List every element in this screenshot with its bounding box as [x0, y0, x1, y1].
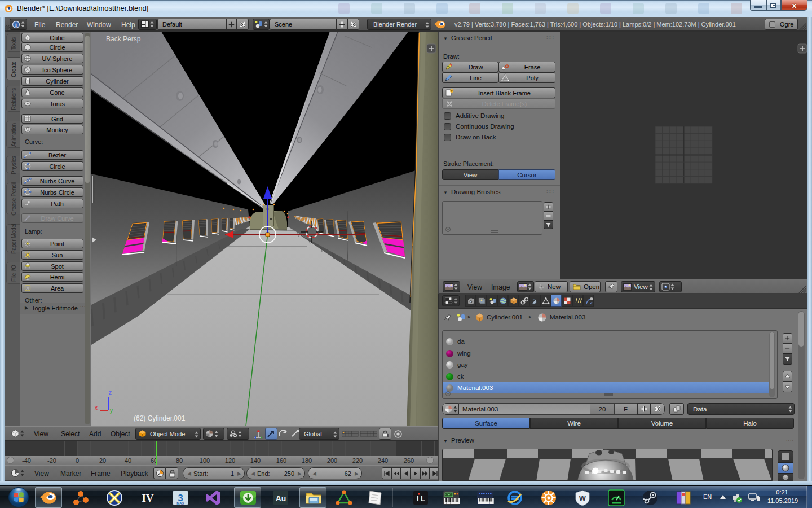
svg-text:Back Persp: Back Persp [106, 35, 141, 43]
svg-text:y: y [110, 408, 113, 414]
svg-text:W: W [579, 494, 586, 502]
svg-text:MAX: MAX [176, 502, 184, 505]
svg-text:i: i [15, 21, 17, 28]
svg-text:8: 8 [387, 433, 389, 437]
svg-text:I: I [417, 494, 419, 503]
svg-text:x: x [95, 405, 98, 411]
svg-text:(62) Cylinder.001: (62) Cylinder.001 [134, 414, 186, 422]
svg-text:L: L [421, 494, 425, 503]
svg-text:Au: Au [276, 494, 286, 503]
svg-text:z: z [109, 389, 112, 396]
svg-text:IV: IV [142, 492, 153, 504]
